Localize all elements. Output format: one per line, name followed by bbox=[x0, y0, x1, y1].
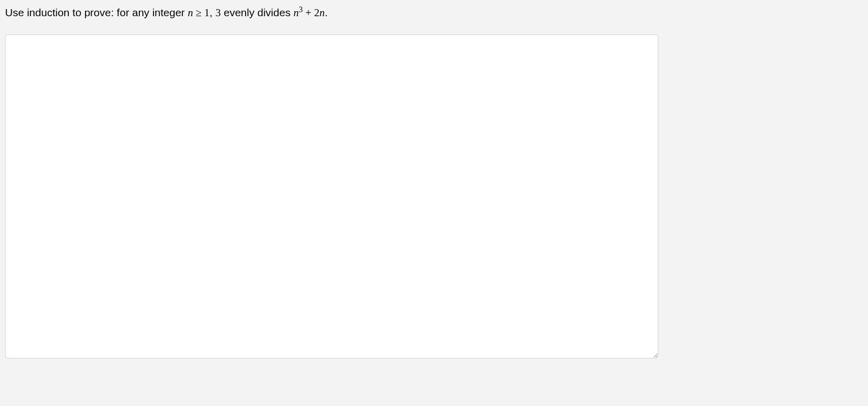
prompt-text-before: Use induction to prove: for any integer bbox=[5, 7, 188, 18]
math-op-geq: ≥ bbox=[193, 7, 204, 19]
math-num-2: 2 bbox=[314, 7, 320, 19]
prompt-text-mid2: evenly divides bbox=[221, 7, 294, 18]
question-prompt: Use induction to prove: for any integer … bbox=[5, 5, 863, 20]
prompt-text-mid: , bbox=[210, 7, 216, 18]
math-op-plus: + bbox=[303, 7, 314, 19]
answer-textarea[interactable] bbox=[5, 34, 658, 358]
math-sup-3: 3 bbox=[299, 5, 303, 14]
math-num-3: 3 bbox=[215, 7, 221, 19]
prompt-text-end: . bbox=[325, 7, 328, 18]
math-var-n1: n bbox=[188, 7, 193, 19]
math-num-1: 1 bbox=[204, 7, 210, 19]
math-var-n3: n bbox=[320, 7, 325, 19]
math-var-n2: n bbox=[293, 7, 299, 19]
